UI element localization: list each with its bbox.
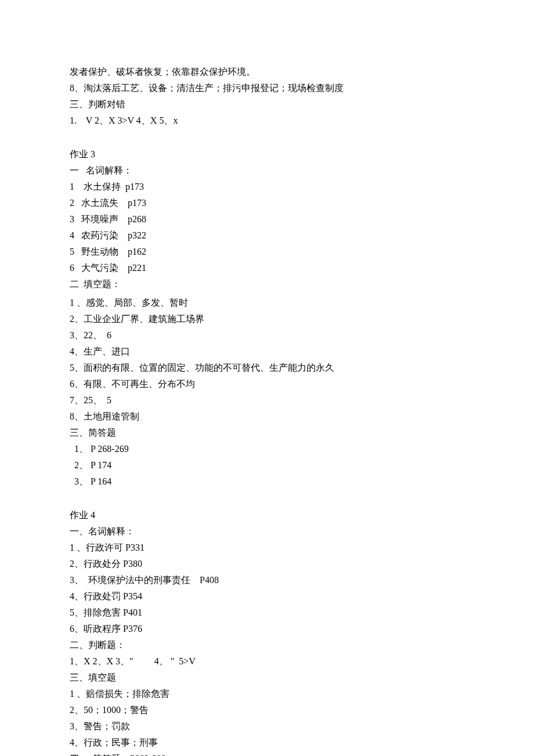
text-line: 3、 P 164	[70, 473, 464, 490]
text-line: 1 、感觉、局部、多发、暂时	[70, 295, 464, 311]
text-line: 1、X 2、X 3、" 4、 " 5>V	[70, 653, 464, 670]
text-line: 5、面积的有限、位置的固定、功能的不可替代、生产能力的永久	[70, 360, 464, 376]
text-line: 2、50；1000；警告	[70, 702, 464, 718]
text-line: 4、生产、进口	[70, 343, 464, 360]
text-line: 1、 P 268-269	[70, 441, 464, 457]
text-line: 1 水土保持 p173	[70, 179, 464, 195]
section-heading: 二 填空题：	[70, 276, 464, 292]
text-line: 4、行政；民事；刑事	[70, 735, 464, 751]
text-line: 8、淘汰落后工艺、设备；清洁生产；排污申报登记；现场检查制度	[70, 80, 464, 96]
text-line: 6、有限、不可再生、分布不均	[70, 376, 464, 392]
text-line: 6、听政程序 P376	[70, 621, 464, 637]
text-line: 5 野生动物 p162	[70, 244, 464, 260]
text-line: 6 大气污染 p221	[70, 260, 464, 276]
text-line: 发者保护、破坏者恢复；依靠群众保护环境。	[70, 64, 464, 80]
text-line: 2、行政处分 P380	[70, 556, 464, 572]
text-line: 1. V 2、X 3>V 4、X 5、x	[70, 113, 464, 129]
assignment-title: 作业 3	[70, 146, 464, 162]
text-line: 4 农药污染 p322	[70, 227, 464, 244]
text-line: 1 、赔偿损失；排除危害	[70, 686, 464, 702]
section-heading: 三、填空题	[70, 670, 464, 686]
text-line: 3、警告；罚款	[70, 718, 464, 735]
text-line: 2、 P 174	[70, 457, 464, 473]
section-heading: 四、 简答题：P392-393	[70, 751, 464, 756]
text-line: 7、25、 5	[70, 392, 464, 408]
text-line: 2 水土流失 p173	[70, 195, 464, 211]
text-line: 3、22、 6	[70, 327, 464, 343]
assignment-title: 作业 4	[70, 507, 464, 523]
section-heading: 一 名词解释：	[70, 162, 464, 179]
section-heading: 二、判断题：	[70, 637, 464, 653]
text-line: 5、排除危害 P401	[70, 605, 464, 621]
section-heading: 一、名词解释：	[70, 523, 464, 540]
section-heading: 三、判断对错	[70, 96, 464, 113]
text-line: 2、工业企业厂界、建筑施工场界	[70, 311, 464, 327]
text-line: 4、行政处罚 P354	[70, 588, 464, 605]
text-line: 3 环境噪声 p268	[70, 211, 464, 227]
text-line: 1 、行政许可 P331	[70, 540, 464, 556]
section-heading: 三、简答题	[70, 425, 464, 441]
text-line: 8、土地用途管制	[70, 408, 464, 425]
text-line: 3、 环境保护法中的刑事责任 P408	[70, 572, 464, 588]
document-page: 发者保护、破坏者恢复；依靠群众保护环境。 8、淘汰落后工艺、设备；清洁生产；排污…	[0, 0, 534, 756]
